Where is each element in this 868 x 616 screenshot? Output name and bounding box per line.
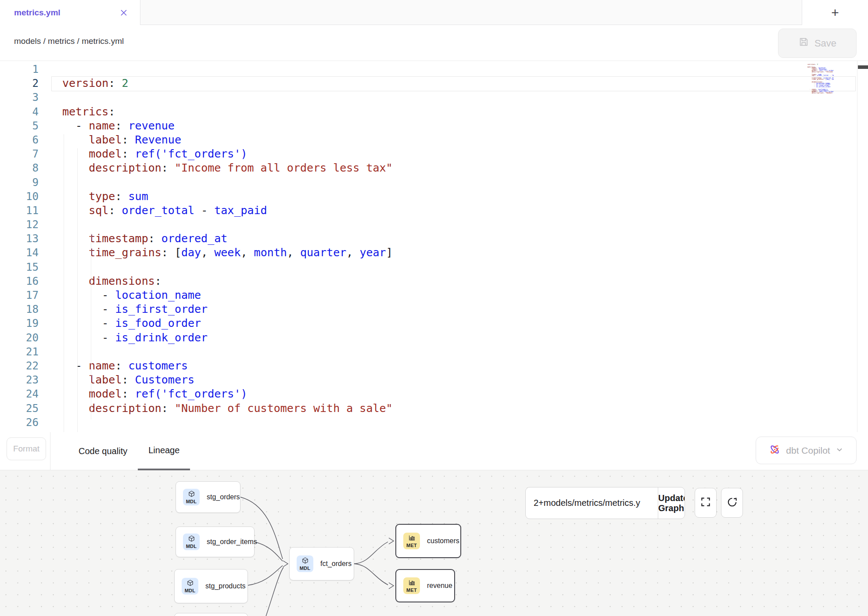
line-number: 12 xyxy=(0,218,50,232)
close-icon[interactable] xyxy=(120,9,128,17)
tab-label: metrics.yml xyxy=(14,8,61,18)
cube-icon xyxy=(301,557,309,566)
line-number: 25 xyxy=(0,401,50,415)
minimap[interactable]: version: 2metrics: - name: revenue label… xyxy=(807,63,834,98)
model-badge: MDL xyxy=(183,534,200,550)
line-number: 8 xyxy=(0,161,50,175)
minimap-line: - is_drink_order xyxy=(807,86,834,88)
panel-tabs: Code qualityLineage xyxy=(68,432,190,470)
minimap-line: description: "Income from all orders les… xyxy=(807,72,834,73)
line-number: 6 xyxy=(0,133,50,147)
refresh-button[interactable] xyxy=(721,488,743,518)
bar-chart-icon xyxy=(408,534,416,543)
model-badge: MDL xyxy=(182,578,198,595)
code-line-21[interactable] xyxy=(50,345,868,359)
code-line-23[interactable]: label: Customers xyxy=(50,373,868,387)
code-line-1[interactable] xyxy=(50,62,868,76)
minimap-line: description: "Number of customers with a… xyxy=(807,93,834,94)
node-label: stg_orders xyxy=(207,493,240,501)
chevron-down-icon xyxy=(836,445,843,456)
scrollbar-thumb[interactable] xyxy=(858,65,868,69)
code-line-5[interactable]: - name: revenue xyxy=(50,119,868,133)
lineage-node-fct_orders[interactable]: MDLfct_orders xyxy=(289,547,354,580)
node-label: stg_order_items xyxy=(207,538,257,546)
minimap-line: sql: order_total - tax_paid xyxy=(807,75,834,76)
tab-code-quality[interactable]: Code quality xyxy=(68,432,138,470)
line-number: 23 xyxy=(0,373,50,387)
code-line-17[interactable]: - location_name xyxy=(50,288,868,302)
code-line-6[interactable]: label: Revenue xyxy=(50,133,868,147)
fullscreen-button[interactable] xyxy=(695,488,717,518)
lineage-filter-bar: Update Graph xyxy=(525,487,685,519)
line-number: 1 xyxy=(0,62,50,76)
code-line-9[interactable] xyxy=(50,175,868,190)
code-lines: version: 2metrics: - name: revenue label… xyxy=(50,62,868,430)
line-number: 16 xyxy=(0,274,50,288)
code-line-3[interactable] xyxy=(50,90,868,104)
line-number: 10 xyxy=(0,190,50,204)
code-line-24[interactable]: model: ref('fct_orders') xyxy=(50,387,868,401)
code-line-26[interactable] xyxy=(50,415,868,430)
refresh-icon xyxy=(726,496,738,510)
editor-scroll-separator xyxy=(857,61,857,432)
lineage-node-stg_products[interactable]: MDLstg_products xyxy=(174,569,248,603)
dbt-copilot-icon xyxy=(769,444,781,458)
code-line-2[interactable]: version: 2 xyxy=(50,76,868,90)
cube-icon xyxy=(188,535,195,544)
update-graph-button[interactable]: Update Graph xyxy=(658,487,685,519)
code-line-4[interactable]: metrics: xyxy=(50,105,868,119)
code-editor[interactable]: 1234567891011121314151617181920212223242… xyxy=(0,61,868,432)
line-number: 15 xyxy=(0,260,50,274)
line-number: 18 xyxy=(0,302,50,316)
node-label: revenue xyxy=(427,582,452,590)
line-number: 7 xyxy=(0,147,50,161)
save-icon xyxy=(798,36,809,50)
tab-lineage[interactable]: Lineage xyxy=(138,432,190,470)
code-line-25[interactable]: description: "Number of customers with a… xyxy=(50,401,868,415)
breadcrumb: models / metrics / metrics.yml xyxy=(14,36,124,46)
tab-metrics-yml[interactable]: metrics.yml xyxy=(0,0,140,25)
line-number: 17 xyxy=(0,288,50,302)
lineage-node-stg_order_items[interactable]: MDLstg_order_items xyxy=(176,526,255,557)
dbt-copilot-button[interactable]: dbt Copilot xyxy=(756,437,857,464)
format-label: Format xyxy=(13,444,39,454)
format-button[interactable]: Format xyxy=(7,437,46,460)
code-line-12[interactable] xyxy=(50,218,868,232)
lineage-node-customers[interactable]: METcustomers xyxy=(395,524,461,558)
minimap-line: time_grains: [day, week, month, quarter,… xyxy=(807,79,834,80)
code-line-11[interactable]: sql: order_total - tax_paid xyxy=(50,204,868,218)
line-number: 13 xyxy=(0,232,50,246)
cube-icon xyxy=(188,490,195,499)
tab-bar: metrics.yml + xyxy=(0,0,868,25)
code-line-19[interactable]: - is_food_order xyxy=(50,316,868,330)
plus-icon: + xyxy=(831,5,839,20)
code-line-8[interactable]: description: "Income from all orders les… xyxy=(50,161,868,175)
code-line-13[interactable]: timestamp: ordered_at xyxy=(50,232,868,246)
code-line-20[interactable]: - is_drink_order xyxy=(50,331,868,345)
lineage-graph[interactable]: MDLstg_ordersMDLstg_order_itemsMDLstg_pr… xyxy=(0,470,868,616)
code-line-16[interactable]: dimensions: xyxy=(50,274,868,288)
line-number: 26 xyxy=(0,415,50,430)
minimap-line xyxy=(807,94,834,95)
line-number: 24 xyxy=(0,387,50,401)
lineage-filter-input[interactable] xyxy=(526,487,658,519)
line-number: 5 xyxy=(0,119,50,133)
code-line-22[interactable]: - name: customers xyxy=(50,359,868,373)
bar-chart-icon xyxy=(408,579,416,588)
line-number: 2 xyxy=(0,76,50,90)
line-number: 20 xyxy=(0,331,50,345)
save-button[interactable]: Save xyxy=(778,29,857,58)
code-line-18[interactable]: - is_first_order xyxy=(50,302,868,316)
lineage-node-hidden_bottom_model[interactable] xyxy=(174,613,248,616)
new-tab-button[interactable]: + xyxy=(802,0,868,25)
dbt-copilot-label: dbt Copilot xyxy=(786,445,830,456)
lineage-node-stg_orders[interactable]: MDLstg_orders xyxy=(176,481,240,513)
code-line-14[interactable]: time_grains: [day, week, month, quarter,… xyxy=(50,246,868,260)
line-number: 11 xyxy=(0,204,50,218)
code-line-15[interactable] xyxy=(50,260,868,274)
metric-badge: MET xyxy=(403,577,420,594)
node-label: stg_products xyxy=(205,582,246,590)
code-line-7[interactable]: model: ref('fct_orders') xyxy=(50,147,868,161)
lineage-node-revenue[interactable]: METrevenue xyxy=(395,569,455,602)
code-line-10[interactable]: type: sum xyxy=(50,190,868,204)
